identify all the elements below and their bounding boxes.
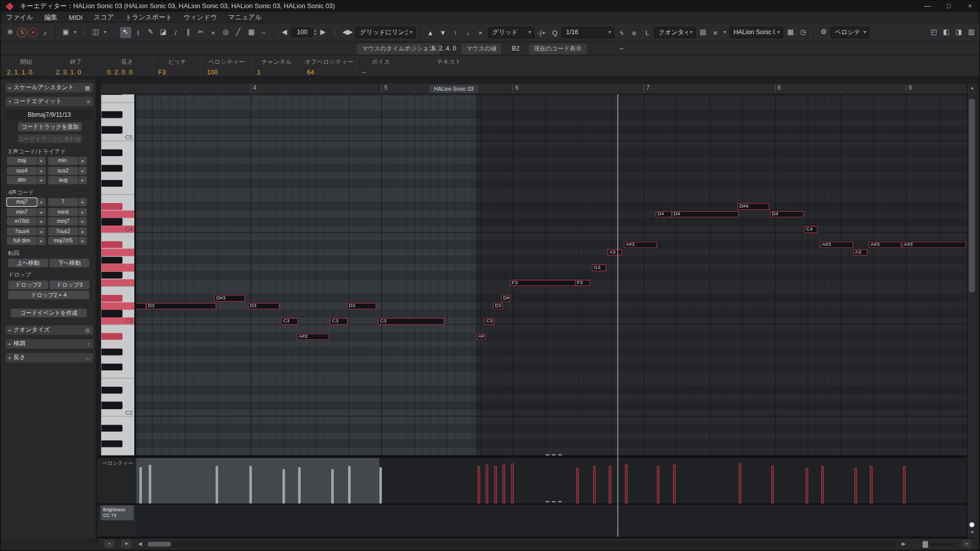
- piano-key[interactable]: [101, 103, 134, 111]
- right-zone-icon[interactable]: ◨: [953, 27, 964, 38]
- piano-key[interactable]: [101, 386, 134, 394]
- length-quantize-icon[interactable]: L: [642, 27, 653, 38]
- nudge-amount[interactable]: 100: [291, 28, 313, 37]
- midi-note[interactable]: A#: [476, 333, 485, 340]
- transpose-panel-header[interactable]: ▸ 移調 ↕: [6, 339, 93, 348]
- menu-item[interactable]: スコア: [88, 13, 120, 21]
- midi-note[interactable]: D4: [770, 211, 804, 217]
- midi-note[interactable]: A#3: [902, 241, 966, 248]
- chord-arrow-button[interactable]: ▸: [37, 237, 45, 245]
- minimize-button[interactable]: —: [917, 1, 938, 12]
- move-up-button[interactable]: 上へ移動: [8, 259, 48, 267]
- menu-item[interactable]: トランスポート: [119, 13, 178, 21]
- info-value[interactable]: 1: [252, 68, 301, 76]
- midi-note[interactable]: D3: [136, 303, 146, 309]
- window-layout-icon[interactable]: ▥: [966, 27, 977, 38]
- nudge-spinner[interactable]: ▴▾: [314, 29, 316, 35]
- piano-key[interactable]: [101, 310, 134, 317]
- piano-key[interactable]: [101, 203, 134, 210]
- velocity-bar[interactable]: [609, 466, 611, 503]
- zoom-in-button[interactable]: +: [963, 540, 971, 548]
- cc-lane-selector[interactable]: Brightness CC 74: [101, 506, 134, 520]
- curve-display-icon[interactable]: ~: [258, 27, 270, 38]
- menu-item[interactable]: MIDI: [63, 13, 88, 21]
- midi-note[interactable]: C3: [330, 318, 348, 324]
- drop2-button[interactable]: ドロップ2: [8, 281, 48, 289]
- piano-key[interactable]: [101, 424, 134, 432]
- piano-key[interactable]: [101, 95, 134, 103]
- grid-relative-icon[interactable]: -|+: [536, 27, 547, 38]
- delete-overlaps-icon[interactable]: ×: [475, 27, 486, 38]
- velocity-bar[interactable]: [478, 466, 480, 503]
- length-quantize-select[interactable]: クオンタイズ▾: [654, 27, 696, 38]
- piano-keyboard[interactable]: C5C4C3C2: [101, 94, 134, 456]
- chord-arrow-button[interactable]: ▸: [37, 208, 45, 216]
- piano-key[interactable]: [101, 157, 134, 164]
- velocity-bar[interactable]: [348, 466, 351, 503]
- midi-note[interactable]: C3: [281, 318, 298, 324]
- horizontal-zoom-handle[interactable]: [922, 541, 928, 547]
- acoustic-feedback-button[interactable]: ♪: [39, 27, 51, 38]
- info-value[interactable]: 2. 1. 1. 0: [2, 68, 50, 76]
- info-value[interactable]: --: [357, 68, 405, 76]
- solo-editor-button[interactable]: S: [17, 27, 27, 37]
- piano-key[interactable]: C3: [101, 317, 134, 325]
- match-chord-track-button[interactable]: コードトラックに合わせる: [18, 134, 82, 143]
- open-window-icon[interactable]: ◰: [928, 27, 939, 38]
- piano-key[interactable]: [101, 394, 134, 402]
- chord-button[interactable]: min.: [48, 157, 78, 165]
- quantize-preset-select[interactable]: 1/16▾: [561, 27, 614, 38]
- length-panel-header[interactable]: ▸ 長さ ↔: [6, 353, 93, 362]
- midi-note[interactable]: A#3: [624, 241, 657, 248]
- piano-key[interactable]: C4: [101, 226, 134, 233]
- piano-key[interactable]: [101, 287, 134, 294]
- piano-key[interactable]: [101, 447, 134, 455]
- tool-mute[interactable]: ×: [208, 27, 219, 38]
- menu-item[interactable]: ファイル: [1, 13, 39, 21]
- velocity-bar[interactable]: [298, 467, 301, 504]
- velocity-bar[interactable]: [771, 466, 774, 503]
- piano-key[interactable]: [101, 218, 134, 226]
- piano-key[interactable]: [101, 126, 134, 134]
- vertical-scrollbar[interactable]: ▲ ▼: [967, 84, 976, 538]
- chord-button[interactable]: maj: [7, 157, 37, 165]
- menu-item[interactable]: ウィンドウ: [178, 13, 223, 21]
- lanes-icon[interactable]: ≡: [710, 27, 721, 38]
- chord-button[interactable]: min7: [7, 208, 37, 216]
- chord-button[interactable]: maj7/#5: [48, 237, 78, 245]
- chord-arrow-button[interactable]: ▸: [79, 176, 87, 184]
- piano-key[interactable]: [101, 294, 134, 302]
- vertical-scroll-thumb[interactable]: [969, 98, 975, 292]
- chord-edit-panel-header[interactable]: ▾ コードエディット ≡: [6, 97, 93, 106]
- note-grid[interactable]: D3D3D#3D3C3A#2C3D3C3A#C3D3D#F3F3G3A3A#3D…: [136, 94, 967, 456]
- scroll-down-icon[interactable]: ▼: [968, 530, 977, 534]
- lanes-caret[interactable]: ▾: [722, 27, 727, 38]
- chord-arrow-button[interactable]: ▸: [37, 157, 45, 165]
- velocity-bar[interactable]: [139, 467, 142, 504]
- velocity-bar[interactable]: [821, 466, 824, 503]
- piano-key[interactable]: C2: [101, 409, 134, 417]
- transpose-down-icon[interactable]: ↓: [462, 27, 474, 38]
- velocity-bar[interactable]: [854, 468, 857, 504]
- tool-draw[interactable]: ✎: [145, 27, 156, 38]
- piano-key[interactable]: [101, 141, 134, 149]
- info-value[interactable]: 2. 3. 1. 0: [51, 68, 101, 76]
- piano-key[interactable]: [101, 149, 134, 157]
- piano-key[interactable]: [101, 118, 134, 126]
- chord-arrow-button[interactable]: ▸: [79, 198, 87, 206]
- event-view-icon[interactable]: ▤: [697, 27, 708, 38]
- piano-key[interactable]: [101, 432, 134, 440]
- midi-note[interactable]: A#3: [820, 241, 853, 248]
- info-value[interactable]: 0. 2. 0. 0: [102, 68, 153, 76]
- midi-note[interactable]: D4: [672, 211, 739, 217]
- piano-key[interactable]: [101, 264, 134, 271]
- drop3-button[interactable]: ドロップ3: [50, 281, 89, 289]
- maximize-button[interactable]: □: [938, 1, 960, 12]
- info-value[interactable]: 100: [202, 68, 252, 76]
- midi-note[interactable]: D3: [493, 303, 503, 309]
- midi-note[interactable]: D3: [248, 303, 279, 309]
- part-editing-caret[interactable]: ▾: [103, 27, 108, 38]
- chord-arrow-button[interactable]: ▸: [79, 166, 87, 174]
- auto-select-controllers-icon[interactable]: ◫: [90, 27, 101, 38]
- piano-key[interactable]: [101, 417, 134, 424]
